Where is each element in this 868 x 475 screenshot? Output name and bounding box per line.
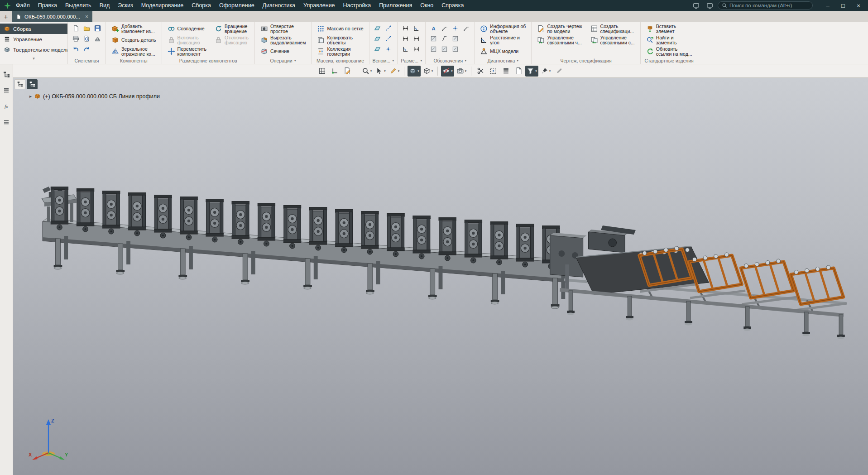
ribbon-icon-dim-arc[interactable]: [401, 44, 410, 54]
eyedropper-button[interactable]: [553, 66, 565, 77]
pin-panel-button[interactable]: ▾: [539, 66, 552, 77]
ribbon-icon-note[interactable]: [461, 24, 471, 33]
ribbon-button-add-component[interactable]: Добавитькомпонент из...: [109, 23, 158, 34]
ribbon-icon-designation-a[interactable]: [429, 24, 438, 33]
ribbon-icon-save[interactable]: [93, 24, 102, 33]
ribbon-icon-redo[interactable]: [82, 44, 91, 54]
projection-button[interactable]: ▾: [455, 66, 468, 77]
panel-menu-button[interactable]: [1, 117, 11, 127]
ribbon-button-linked-drawings[interactable]: Управлениесвязанными ч...: [535, 34, 584, 46]
clip-section-button[interactable]: [475, 66, 486, 77]
ribbon-icon-point[interactable]: [384, 44, 393, 54]
ribbon-group-label-placement[interactable]: Размещение компонентов: [165, 57, 251, 64]
ribbon-group-label-array-copy[interactable]: Массив, копирование: [315, 57, 365, 64]
ribbon-button-object-info[interactable]: Информация обобъекте: [478, 23, 528, 34]
ribbon-icon-dim-more[interactable]: [412, 44, 421, 54]
ribbon-button-create-drawing[interactable]: Создать чертежпо модели: [535, 23, 584, 34]
local-csys-button[interactable]: [329, 66, 341, 77]
ribbon-icon-plane[interactable]: [373, 24, 382, 33]
model-tree-root[interactable]: ▸ (+) ОКБ-059.000.000.000 СБ Линия профи…: [29, 93, 160, 100]
maximize-button[interactable]: □: [835, 0, 851, 11]
document-tab[interactable]: ОКБ-059.000.000.000... ×: [12, 11, 92, 22]
display-config-icon[interactable]: [704, 1, 715, 10]
menu-item-7[interactable]: Оформление: [215, 0, 259, 11]
menu-item-10[interactable]: Настройка: [339, 0, 375, 11]
ribbon-icon-marker[interactable]: [451, 24, 460, 33]
menu-item-4[interactable]: Эскиз: [114, 0, 137, 11]
mode-management[interactable]: Управление: [0, 34, 67, 44]
ribbon-button-update-links[interactable]: Обновитьссылки на мод...: [644, 46, 695, 57]
ribbon-group-label-dimensions[interactable]: Разме...▾: [401, 57, 422, 64]
ribbon-icon-dim-angular[interactable]: [412, 24, 421, 33]
ribbon-icon-axis2[interactable]: [384, 34, 393, 43]
mode-solid-modeling[interactable]: Твердотельное моделирование: [0, 44, 67, 55]
ribbon-button-cut-extrude[interactable]: Вырезатьвыдавливанием: [258, 34, 308, 46]
screen-settings-icon[interactable]: [691, 1, 701, 10]
ribbon-icon-thread[interactable]: [440, 44, 449, 54]
ribbon-button-create-part[interactable]: Создать деталь: [109, 34, 158, 46]
menu-item-9[interactable]: Управление: [299, 0, 339, 11]
structure-panel-button[interactable]: [1, 86, 11, 96]
ribbon-icon-axis[interactable]: [384, 24, 393, 33]
ribbon-button-find-replace[interactable]: Найти изаменить: [644, 34, 695, 46]
model-tree-button[interactable]: [1, 70, 11, 80]
model-layers-button[interactable]: [500, 66, 512, 77]
ribbon-button-geometry-collection[interactable]: Коллекциягеометрии: [315, 46, 365, 57]
minimize-button[interactable]: –: [820, 0, 835, 11]
ribbon-button-distance-angle[interactable]: Расстояние иугол: [478, 34, 528, 46]
ribbon-group-label-system[interactable]: Системная: [71, 57, 102, 64]
ribbon-button-array-grid[interactable]: Массив по сетке: [315, 23, 365, 34]
ribbon-button-mass-properties[interactable]: МЦХ модели: [478, 46, 528, 57]
expand-arrow-icon[interactable]: ▸: [29, 94, 32, 99]
orientation-button[interactable]: ▾: [408, 66, 421, 77]
ribbon-icon-roughness[interactable]: [440, 34, 449, 43]
ribbon-button-section[interactable]: Сечение: [258, 46, 308, 57]
menu-item-12[interactable]: Окно: [416, 0, 437, 11]
sketch-sheet-button[interactable]: [342, 66, 354, 77]
ribbon-icon-datum[interactable]: [429, 44, 438, 54]
menu-item-13[interactable]: Справка: [437, 0, 468, 11]
command-search-input[interactable]: [729, 3, 809, 8]
ribbon-button-create-spec[interactable]: Создатьспецификаци...: [588, 23, 637, 34]
snap-grid-button[interactable]: [317, 66, 328, 77]
ribbon-group-label-symbols[interactable]: Обозначения▾: [429, 57, 471, 64]
menu-item-11[interactable]: Приложения: [375, 0, 416, 11]
ribbon-icon-tolerance-frame[interactable]: [451, 34, 460, 43]
menu-item-0[interactable]: Файл: [12, 0, 34, 11]
ribbon-icon-dim-linear[interactable]: [401, 24, 410, 33]
ribbon-icon-dim-radial[interactable]: [401, 34, 410, 43]
menu-item-6[interactable]: Сборка: [187, 0, 215, 11]
menu-item-5[interactable]: Моделирование: [137, 0, 188, 11]
tab-close-icon[interactable]: ×: [85, 14, 88, 20]
viewport-3d[interactable]: ▸ (+) ОКБ-059.000.000.000 СБ Линия профи…: [13, 78, 868, 475]
mode-assembly[interactable]: Сборка: [0, 24, 67, 34]
ribbon-icon-plane2[interactable]: [373, 34, 382, 43]
ribbon-group-label-diagnostics[interactable]: Диагностика▾: [478, 57, 528, 64]
ribbon-group-label-drawing-spec[interactable]: Чертеж, спецификация: [535, 57, 637, 64]
new-tab-button[interactable]: +: [0, 11, 12, 22]
ribbon-icon-center-mark[interactable]: [451, 44, 460, 54]
ribbon-group-label-auxiliary[interactable]: Вспом...▾: [373, 57, 394, 64]
sheet-doc-button[interactable]: [513, 66, 524, 77]
ribbon-icon-base-symbol[interactable]: [429, 34, 438, 43]
display-mode-button[interactable]: ▾: [422, 66, 435, 77]
menu-item-1[interactable]: Правка: [34, 0, 61, 11]
command-search[interactable]: [718, 1, 813, 10]
ribbon-group-label-operations[interactable]: Операции▾: [258, 57, 308, 64]
select-box-button[interactable]: [487, 66, 499, 77]
menu-item-3[interactable]: Вид: [96, 0, 114, 11]
ribbon-icon-stamp[interactable]: [93, 34, 102, 43]
modes-caret-icon[interactable]: ▾: [0, 56, 67, 61]
tree-structure-toggle[interactable]: [14, 79, 25, 89]
ribbon-icon-folder-open[interactable]: [82, 24, 91, 33]
ribbon-group-label-components[interactable]: Компоненты: [109, 57, 158, 64]
ribbon-button-hole-simple[interactable]: Отверстиепростое: [258, 23, 308, 34]
close-button[interactable]: ×: [851, 0, 866, 11]
ribbon-icon-leader[interactable]: [440, 24, 449, 33]
ribbon-button-move-comp[interactable]: Переместитькомпонент: [165, 46, 209, 57]
filter-objects-button[interactable]: ▾: [525, 66, 538, 77]
menu-item-2[interactable]: Выделить: [61, 0, 96, 11]
zoom-button[interactable]: ▾: [360, 66, 374, 77]
ribbon-button-rotate-rotate[interactable]: Вращение-вращение: [212, 23, 251, 34]
ribbon-icon-print[interactable]: [71, 34, 81, 43]
